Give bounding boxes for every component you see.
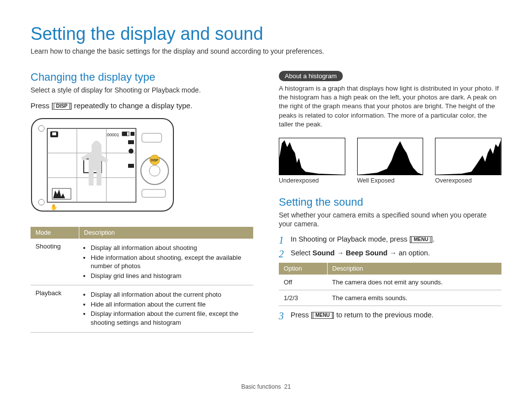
histogram-icon	[279, 138, 345, 175]
list-item: Display all information about shooting	[91, 244, 248, 252]
table-row: Off The camera does not emit any sounds.	[279, 275, 501, 290]
display-mode-table: Mode Description Shooting Display all in…	[31, 227, 253, 332]
hist-caption: Overexposed	[435, 177, 501, 184]
sound-heading: Setting the sound	[279, 196, 501, 209]
hist-well-exposed: Well Exposed	[357, 138, 424, 184]
hist-caption: Well Exposed	[357, 177, 424, 184]
table-row: Playback Display all information about t…	[31, 285, 253, 332]
step-text: Press [	[291, 311, 313, 319]
th-option: Option	[279, 263, 327, 275]
histogram-body: A histogram is a graph that displays how…	[279, 84, 501, 129]
th-desc: Description	[327, 263, 501, 275]
desc-cell: Display all information about the curren…	[79, 285, 253, 332]
desc-cell: The camera does not emit any sounds.	[327, 275, 501, 290]
desc-cell: The camera emits sounds.	[327, 290, 501, 306]
display-type-sub: Select a style of display for Shooting o…	[31, 86, 253, 94]
footer-section: Basic functions	[241, 383, 281, 390]
list-item: Hide all information about the current f…	[91, 300, 248, 309]
page-footer: Basic functions 21	[0, 383, 532, 390]
histogram-row: Underexposed Well Exposed Overexposed	[279, 138, 501, 184]
step-bold: Sound	[312, 249, 334, 257]
menu-keycap: MENU	[313, 312, 332, 319]
step-text: In Shooting or Playback mode, press [	[291, 235, 411, 243]
disp-instruction: Press [DISP] repeatedly to change a disp…	[31, 101, 253, 110]
svg-point-15	[129, 149, 133, 154]
manual-page: Setting the display and sound Learn how …	[0, 0, 532, 401]
step-2: 2 Select Sound → Beep Sound → an option.	[279, 249, 501, 259]
th-desc: Description	[79, 227, 253, 239]
display-type-heading: Changing the display type	[31, 71, 253, 84]
step-number: 2	[279, 249, 286, 259]
svg-text:✋: ✋	[50, 203, 58, 211]
svg-text:DISP: DISP	[151, 158, 159, 162]
list-item: Display grid lines and histogram	[91, 272, 248, 280]
instr-text: Press [	[31, 101, 54, 110]
instr-text: ] repeatedly to change a display type.	[70, 101, 193, 110]
svg-rect-16	[128, 164, 134, 168]
list-item: Display information about the current fi…	[91, 309, 248, 327]
sound-steps-after: 3 Press [MENU] to return to the previous…	[279, 311, 501, 321]
svg-rect-9	[52, 132, 56, 135]
hist-overexposed: Overexposed	[435, 138, 501, 184]
hist-caption: Underexposed	[279, 177, 345, 184]
hist-underexposed: Underexposed	[279, 138, 345, 184]
left-column: Changing the display type Select a style…	[31, 71, 253, 338]
step-3: 3 Press [MENU] to return to the previous…	[279, 311, 501, 321]
list-item: Display all information about the curren…	[91, 290, 248, 299]
histogram-label: About a histogram	[279, 71, 343, 81]
step-text: Select	[291, 249, 312, 257]
sound-steps: 1 In Shooting or Playback mode, press [M…	[279, 235, 501, 259]
histogram-icon	[358, 138, 423, 175]
sound-option-table: Option Description Off The camera does n…	[279, 263, 501, 306]
page-title: Setting the display and sound	[31, 24, 501, 44]
step-1: 1 In Shooting or Playback mode, press [M…	[279, 235, 501, 245]
histogram-icon	[435, 138, 501, 175]
table-row: 1/2/3 The camera emits sounds.	[279, 290, 501, 306]
sound-sub: Set whether your camera emits a specifie…	[279, 211, 501, 228]
svg-rect-14	[128, 140, 134, 144]
opt-cell: Off	[279, 275, 327, 290]
list-item: Hide information about shooting, except …	[91, 253, 248, 271]
step-text: ] to return to the previous mode.	[332, 311, 434, 319]
table-row: Shooting Display all information about s…	[31, 239, 253, 285]
page-intro: Learn how to change the basic settings f…	[31, 47, 501, 55]
step-text: →	[334, 249, 346, 257]
mode-cell: Shooting	[31, 239, 79, 285]
svg-rect-13	[131, 132, 134, 136]
menu-keycap: MENU	[411, 236, 431, 243]
mode-cell: Playback	[31, 285, 79, 332]
desc-cell: Display all information about shooting H…	[79, 239, 253, 285]
svg-rect-12	[122, 132, 127, 136]
th-mode: Mode	[31, 227, 79, 239]
step-text: → an option.	[388, 249, 430, 257]
step-bold: Beep Sound	[346, 249, 388, 257]
svg-text:00001: 00001	[107, 132, 119, 137]
camera-illustration: 00001 ✋	[31, 116, 253, 216]
two-column-layout: Changing the display type Select a style…	[31, 71, 501, 338]
step-text: ].	[431, 235, 434, 243]
step-number: 1	[279, 235, 286, 245]
right-column: About a histogram A histogram is a graph…	[279, 71, 501, 338]
step-number: 3	[279, 311, 286, 321]
camera-svg: 00001 ✋	[31, 116, 178, 214]
disp-keycap: DISP	[54, 103, 70, 110]
footer-page-number: 21	[284, 383, 291, 390]
opt-cell: 1/2/3	[279, 290, 327, 306]
